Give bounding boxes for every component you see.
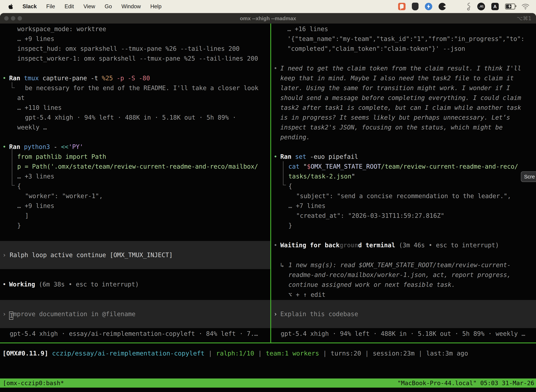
omx-status-line: [OMX#0.11.9]cczip/essay/ai-reimplementat…: [2, 348, 468, 358]
command-name: tmux: [24, 75, 39, 82]
working-status: Working (6m 38s • esc to interrupt): [9, 280, 139, 289]
menu-item-window[interactable]: Window: [121, 3, 141, 10]
omx-last-activity: last:3m ago: [426, 350, 468, 357]
left-log-line: inspect_hud: omx sparkshell --tmux-pane …: [17, 44, 239, 54]
tmux-session-window: [omx-cczip0:bash*: [3, 378, 64, 387]
thinking-line: pending.: [280, 132, 310, 142]
battery-icon[interactable]: [505, 4, 515, 9]
hook-icon[interactable]: [466, 2, 471, 10]
bullet-icon: •: [274, 63, 277, 73]
ran-tmux-command: Ran tmux capture-pane -t %25 -p -S -80: [9, 73, 150, 83]
bullet-icon: •: [274, 240, 277, 250]
command-output-line: at: [17, 93, 25, 103]
wifi-icon[interactable]: [522, 4, 529, 9]
thinking-line: later. Using the same for transition mig…: [280, 83, 510, 93]
command-args: -: [50, 143, 61, 150]
dots-grid-icon[interactable]: [452, 3, 460, 10]
command-output-line: }: [17, 221, 21, 230]
screen: Slack File Edit View Go Window Help ..61…: [0, 0, 536, 392]
file-path: /team/review-current-readme-and-reco/: [381, 163, 518, 170]
output-tree-guide: [12, 148, 12, 186]
edit-shortcut-hint: ⌥ + ↑ edit: [288, 290, 325, 300]
quote: ": [351, 173, 355, 180]
bullet-icon: •: [2, 73, 6, 83]
menu-bar: Slack File Edit View Go Window Help ..61…: [0, 0, 536, 13]
menu-item-help[interactable]: Help: [150, 3, 162, 10]
separator: |: [254, 350, 266, 357]
waiting-label: Waiting for back: [280, 242, 340, 249]
command-output-line: gpt-5.4 xhigh · 94% left · 488K in · 5.1…: [25, 112, 236, 122]
output-corner-guide: [12, 82, 12, 88]
command-output-line: "created_at": "2026-03-31T11:59:27.816Z": [296, 211, 444, 221]
code-line: p = Path('.omx/state/team/review-current…: [17, 162, 258, 171]
tmux-pane-divider-vertical[interactable]: [270, 23, 271, 342]
thinking-line: inspect task2's JSON, focusing on the st…: [280, 122, 502, 132]
placeholder-text: mprove documentation in @filename: [13, 311, 135, 317]
env-var: OMX_TEAM_STATE_ROOT: [311, 163, 381, 170]
quote: ": [299, 163, 307, 170]
separator: |: [361, 350, 373, 357]
inject-banner-text: Ralph loop active continue [OMX_TMUX_INJ…: [10, 250, 173, 260]
left-pane-status-line: gpt-5.4 xhigh · essay/ai-reimplementatio…: [10, 329, 258, 339]
omx-ralph-count: ralph:1/10: [216, 350, 254, 357]
menu-bar-left: Slack File Edit View Go Window Help: [0, 3, 171, 10]
left-log-line: … +9 lines: [17, 34, 54, 44]
omx-team-workers: team:1 workers: [266, 350, 319, 357]
heredoc-tag: 'PY': [68, 143, 83, 150]
window-title: omx --xhigh --madmax: [0, 13, 536, 23]
pie-circle-icon[interactable]: [439, 3, 446, 10]
prompt-placeholder-left[interactable]: Improve documentation in @filename: [9, 309, 135, 319]
omx-branch: cczip/essay/ai-reimplementation-copyleft: [52, 350, 205, 357]
thinking-line: I need to get the claim token from the c…: [280, 63, 521, 73]
command-output-line: ]: [25, 211, 29, 221]
shield-grid-icon[interactable]: [412, 3, 419, 10]
right-pane-status-line: gpt-5.4 xhigh · 94% left · 488K in · 5.1…: [281, 329, 525, 339]
input-source-icon[interactable]: A: [491, 3, 499, 10]
timer-badge-icon[interactable]: ..61: [477, 3, 485, 10]
output-corner-guide: [12, 185, 15, 186]
command-output-line: "worker": "worker-1",: [25, 191, 103, 201]
menu-item-edit[interactable]: Edit: [65, 3, 74, 10]
thinking-line: task2 after task1 is complete, but can I…: [280, 103, 521, 112]
output-corner-guide: [12, 88, 15, 88]
heredoc-operator: <<: [61, 143, 68, 150]
text-cursor: I: [9, 312, 13, 320]
dollar-sign: $: [307, 163, 311, 170]
menu-item-view[interactable]: View: [83, 3, 95, 10]
ran-label: Ran: [9, 143, 24, 150]
menu-app-name[interactable]: Slack: [23, 3, 37, 10]
menu-item-go[interactable]: Go: [105, 3, 112, 10]
prompt-chevron-icon: ›: [274, 309, 277, 319]
right-log-line: '{"team_name":"my-team","task_id":"1","f…: [287, 34, 525, 44]
menu-item-file[interactable]: File: [46, 3, 55, 10]
window-shortcut-hint: ⌥⌘1: [517, 13, 531, 23]
cat-command-line: cat "$OMX_TEAM_STATE_ROOT/team/review-cu…: [288, 162, 518, 171]
prompt-placeholder-right[interactable]: Explain this codebase: [280, 309, 358, 319]
command-name: python3: [24, 143, 50, 150]
working-label: Working: [9, 281, 35, 288]
bullet-icon: •: [2, 142, 6, 152]
chat-app-icon[interactable]: [398, 3, 406, 10]
collapsed-lines-indicator: … +110 lines: [17, 103, 62, 112]
thinking-line: should send a message before completing …: [280, 93, 521, 103]
left-log-line: workspace_mode: worktree: [17, 24, 106, 34]
screenshot-overlay[interactable]: Scre: [521, 171, 536, 182]
prompt-chevron-icon: ›: [2, 309, 6, 319]
file-path: tasks/task-2.json: [288, 173, 351, 180]
thinking-line: keep that in mind. Maybe I also need the…: [280, 73, 514, 83]
command-output-line: be necessary for the end of the README. …: [25, 83, 258, 93]
bullet-icon: •: [2, 280, 6, 289]
command-arg-pane: %25: [102, 75, 113, 82]
tmux-pane-divider-horizontal[interactable]: [0, 342, 536, 343]
separator: |: [319, 350, 331, 357]
command-name: cat: [288, 163, 299, 170]
apple-menu-icon[interactable]: [8, 4, 13, 9]
mailbox-note-line: continue assigned work or next feasible …: [288, 280, 455, 289]
command-output-line: }: [288, 221, 292, 230]
separator: |: [415, 350, 426, 357]
waiting-label: d terminal: [358, 242, 395, 249]
tmux-status-bar: [omx-cczip0:bash* "MacBook-Pro-44.local"…: [0, 378, 536, 387]
ran-label: Ran: [9, 75, 24, 82]
bolt-badge-icon[interactable]: [425, 3, 432, 10]
right-log-line: … +16 lines: [287, 24, 328, 34]
